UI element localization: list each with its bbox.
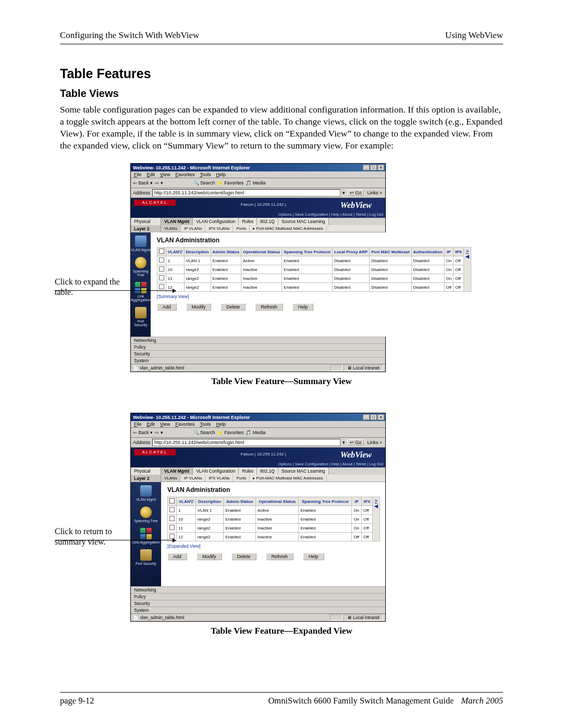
refresh-button[interactable]: Refresh [255,303,283,311]
menu-view[interactable]: View [160,172,170,177]
row-checkbox[interactable] [169,507,175,512]
subtab-mac-addr[interactable]: ▸ Port-MAC Multicast MAC Addresses [250,225,327,232]
help-button[interactable]: Help [303,553,324,560]
col-mcast[interactable]: Port MAC Multicast [370,248,411,256]
menu-tools[interactable]: Tools [200,422,211,427]
tab-8021q[interactable]: 802.1Q [257,218,278,225]
subtab-ports[interactable]: Ports [233,225,250,232]
col-stp[interactable]: Spanning Tree Protocol [282,248,333,256]
subtab-mac-addr[interactable]: ▸ Port-MAC Multicast MAC Addresses [250,475,327,482]
minimize-icon[interactable]: _ [363,165,370,170]
bottom-nav-security[interactable]: Security [131,350,385,357]
row-checkbox[interactable] [159,257,164,263]
col-desc[interactable]: Description [195,497,224,506]
close-icon[interactable]: × [377,414,384,420]
media-button[interactable]: 🎵 Media [246,180,265,186]
sidebar-item-link-agg[interactable]: Link Aggregation [131,282,151,302]
menu-view[interactable]: View [160,422,170,427]
tab-vlan-mgmt[interactable]: VLAN Mgmt [161,218,193,225]
home-icon[interactable] [184,179,191,187]
banner-links[interactable]: Options | Save Configuration | Help | Ab… [278,462,383,466]
go-button[interactable]: ↩ Go [347,190,364,196]
address-dropdown-icon[interactable]: ▾ [342,440,345,445]
bottom-nav-system[interactable]: System [131,607,385,613]
bottom-nav-networking[interactable]: Networking [131,586,385,593]
forward-button[interactable]: ⇨ ▾ [155,430,163,435]
add-button[interactable]: Add [167,553,187,560]
forward-button[interactable]: ⇨ ▾ [155,180,163,186]
menu-file[interactable]: File [134,172,142,177]
stop-icon[interactable] [165,429,173,436]
col-admin[interactable]: Admin Status [211,248,241,256]
stop-icon[interactable] [165,179,173,187]
nav-layer2[interactable]: Layer 2 [131,225,161,232]
col-checkbox[interactable] [168,497,177,506]
search-button[interactable]: 🔍 Search [193,180,215,186]
subtab-ip-vlans[interactable]: IP VLANs [181,225,206,232]
banner-links[interactable]: Options | Save Configuration | Help | Ab… [278,212,383,217]
sidebar-item-vlan-mgmt[interactable]: VLAN Mgmt [131,485,161,501]
close-icon[interactable]: × [377,165,384,170]
media-button[interactable]: 🎵 Media [246,430,265,435]
row-checkbox[interactable] [169,516,175,521]
tab-vlan-mgmt[interactable]: VLAN Mgmt [161,467,193,475]
tab-mac-learning[interactable]: Source MAC Learning [278,218,329,225]
menu-help[interactable]: Help [216,172,226,177]
nav-physical[interactable]: Physical [131,467,161,475]
col-desc[interactable]: Description [184,248,211,256]
tab-rules[interactable]: Rules [239,467,257,475]
bottom-nav-networking[interactable]: Networking [131,337,385,343]
delete-button[interactable]: Delete [231,553,256,560]
expand-arrow-icon[interactable]: >◀ [464,248,471,292]
expand-arrow-icon[interactable]: >◀ [373,497,380,541]
toggle-expanded-view[interactable]: Expanded View [167,544,201,549]
row-checkbox[interactable] [159,266,164,272]
minimize-icon[interactable]: _ [363,414,370,420]
links-label[interactable]: Links » [366,190,383,195]
edit-icon[interactable] [296,429,303,436]
subtab-vlans[interactable]: VLANs [161,475,181,482]
history-icon[interactable] [267,429,275,436]
col-stp[interactable]: Spanning Tree Protocol [299,497,352,506]
tab-vlan-config[interactable]: VLAN Configuration [193,218,239,225]
menu-favorites[interactable]: Favorites [175,172,194,177]
favorites-button[interactable]: ⭐ Favorites [217,430,244,435]
col-arp[interactable]: Local Proxy ARP [333,248,370,256]
bottom-nav-policy[interactable]: Policy [131,593,385,600]
back-button[interactable]: ⇦ Back ▾ [133,430,153,435]
search-button[interactable]: 🔍 Search [193,430,215,435]
row-checkbox[interactable] [159,284,164,289]
history-icon[interactable] [267,179,275,187]
sidebar-item-port-security[interactable]: Port Security [131,549,161,565]
address-input[interactable]: http://10.255.11.242/web/content/login.h… [152,189,340,196]
col-admin[interactable]: Admin Status [224,497,256,506]
col-ipx[interactable]: IPX [362,497,373,506]
address-input[interactable]: http://10.255.11.242/web/content/login.h… [152,439,340,446]
sidebar-item-spanning-tree[interactable]: Spanning Tree [131,507,161,523]
col-vlan[interactable]: VLAN▽ [177,497,196,506]
tab-mac-learning[interactable]: Source MAC Learning [278,467,329,475]
tab-vlan-config[interactable]: VLAN Configuration [193,467,239,475]
bottom-nav-policy[interactable]: Policy [131,343,385,350]
go-button[interactable]: ↩ Go [347,439,364,446]
modify-button[interactable]: Modify [186,303,212,311]
edit-icon[interactable] [296,179,303,187]
refresh-icon[interactable] [175,179,182,187]
menu-help[interactable]: Help [216,422,226,427]
home-icon[interactable] [184,429,191,436]
sidebar-item-link-agg[interactable]: Link Aggregation [131,528,161,544]
nav-physical[interactable]: Physical [131,218,161,225]
sidebar-item-port-security[interactable]: Port Security [131,307,151,327]
nav-layer2[interactable]: Layer 2 [131,475,161,482]
menu-edit[interactable]: Edit [147,172,155,177]
col-vlan[interactable]: VLAN▽ [166,248,184,256]
sidebar-item-spanning-tree[interactable]: Spanning Tree [131,257,151,277]
favorites-button[interactable]: ⭐ Favorites [217,180,244,186]
sidebar-item-vlan-mgmt[interactable]: VLAN Mgmt [131,236,151,252]
tab-rules[interactable]: Rules [239,218,257,225]
tab-8021q[interactable]: 802.1Q [257,467,278,475]
subtab-ipx-vlans[interactable]: IPX VLANs [205,475,233,482]
col-oper[interactable]: Operational Status [256,497,299,506]
help-button[interactable]: Help [292,303,314,311]
menu-tools[interactable]: Tools [200,172,211,177]
